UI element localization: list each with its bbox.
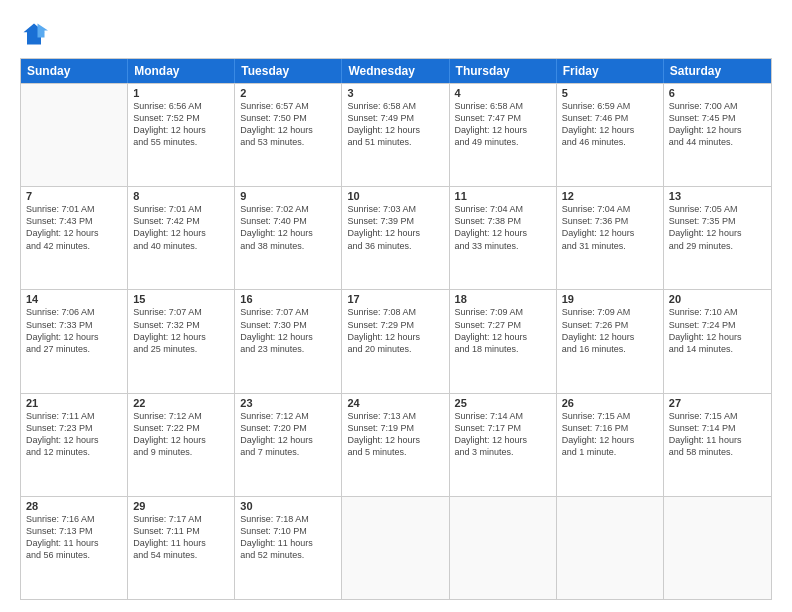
cal-header-saturday: Saturday bbox=[664, 59, 771, 83]
cell-line: Sunset: 7:16 PM bbox=[562, 422, 658, 434]
day-number: 6 bbox=[669, 87, 766, 99]
cell-line: Sunrise: 7:17 AM bbox=[133, 513, 229, 525]
cell-line: Sunset: 7:23 PM bbox=[26, 422, 122, 434]
cell-line: and 52 minutes. bbox=[240, 549, 336, 561]
cal-cell-2: 2Sunrise: 6:57 AMSunset: 7:50 PMDaylight… bbox=[235, 84, 342, 186]
cell-line: Sunrise: 7:11 AM bbox=[26, 410, 122, 422]
cell-line: Sunset: 7:22 PM bbox=[133, 422, 229, 434]
cal-cell-3: 3Sunrise: 6:58 AMSunset: 7:49 PMDaylight… bbox=[342, 84, 449, 186]
day-number: 1 bbox=[133, 87, 229, 99]
cal-header-monday: Monday bbox=[128, 59, 235, 83]
day-number: 28 bbox=[26, 500, 122, 512]
cell-line: Sunrise: 7:16 AM bbox=[26, 513, 122, 525]
cell-line: Daylight: 12 hours bbox=[240, 227, 336, 239]
cal-row-1: 1Sunrise: 6:56 AMSunset: 7:52 PMDaylight… bbox=[21, 83, 771, 186]
cell-line: Daylight: 12 hours bbox=[240, 331, 336, 343]
cell-line: Daylight: 12 hours bbox=[133, 331, 229, 343]
cell-line: Sunset: 7:17 PM bbox=[455, 422, 551, 434]
cal-cell-21: 21Sunrise: 7:11 AMSunset: 7:23 PMDayligh… bbox=[21, 394, 128, 496]
cell-line: and 23 minutes. bbox=[240, 343, 336, 355]
day-number: 9 bbox=[240, 190, 336, 202]
cell-line: Sunrise: 6:58 AM bbox=[347, 100, 443, 112]
cell-line: Sunrise: 7:06 AM bbox=[26, 306, 122, 318]
cell-line: Sunset: 7:32 PM bbox=[133, 319, 229, 331]
cell-line: and 56 minutes. bbox=[26, 549, 122, 561]
cell-line: Daylight: 12 hours bbox=[26, 331, 122, 343]
cell-line: Sunset: 7:43 PM bbox=[26, 215, 122, 227]
cal-cell-5: 5Sunrise: 6:59 AMSunset: 7:46 PMDaylight… bbox=[557, 84, 664, 186]
cell-line: Sunset: 7:47 PM bbox=[455, 112, 551, 124]
cell-line: Sunset: 7:13 PM bbox=[26, 525, 122, 537]
cal-cell-26: 26Sunrise: 7:15 AMSunset: 7:16 PMDayligh… bbox=[557, 394, 664, 496]
cell-line: Sunset: 7:14 PM bbox=[669, 422, 766, 434]
day-number: 19 bbox=[562, 293, 658, 305]
day-number: 4 bbox=[455, 87, 551, 99]
cell-line: Sunrise: 7:12 AM bbox=[240, 410, 336, 422]
cell-line: Sunrise: 7:00 AM bbox=[669, 100, 766, 112]
cell-line: Sunrise: 6:57 AM bbox=[240, 100, 336, 112]
cell-line: Daylight: 12 hours bbox=[455, 434, 551, 446]
cell-line: and 27 minutes. bbox=[26, 343, 122, 355]
cal-cell-13: 13Sunrise: 7:05 AMSunset: 7:35 PMDayligh… bbox=[664, 187, 771, 289]
cell-line: and 46 minutes. bbox=[562, 136, 658, 148]
cal-cell-4: 4Sunrise: 6:58 AMSunset: 7:47 PMDaylight… bbox=[450, 84, 557, 186]
cell-line: Sunset: 7:38 PM bbox=[455, 215, 551, 227]
page: SundayMondayTuesdayWednesdayThursdayFrid… bbox=[0, 0, 792, 612]
cell-line: Daylight: 11 hours bbox=[133, 537, 229, 549]
logo bbox=[20, 20, 52, 48]
cell-line: Sunset: 7:50 PM bbox=[240, 112, 336, 124]
calendar: SundayMondayTuesdayWednesdayThursdayFrid… bbox=[20, 58, 772, 600]
cell-line: and 12 minutes. bbox=[26, 446, 122, 458]
cal-header-wednesday: Wednesday bbox=[342, 59, 449, 83]
day-number: 24 bbox=[347, 397, 443, 409]
cell-line: Daylight: 12 hours bbox=[669, 124, 766, 136]
day-number: 29 bbox=[133, 500, 229, 512]
cell-line: Sunset: 7:26 PM bbox=[562, 319, 658, 331]
cell-line: and 51 minutes. bbox=[347, 136, 443, 148]
cell-line: Daylight: 12 hours bbox=[347, 124, 443, 136]
cell-line: Sunrise: 7:15 AM bbox=[562, 410, 658, 422]
cal-cell-empty-4-3 bbox=[342, 497, 449, 599]
cell-line: Sunrise: 7:04 AM bbox=[562, 203, 658, 215]
cell-line: Sunset: 7:11 PM bbox=[133, 525, 229, 537]
cell-line: Sunrise: 7:01 AM bbox=[26, 203, 122, 215]
day-number: 23 bbox=[240, 397, 336, 409]
cal-cell-12: 12Sunrise: 7:04 AMSunset: 7:36 PMDayligh… bbox=[557, 187, 664, 289]
day-number: 7 bbox=[26, 190, 122, 202]
cell-line: Sunrise: 7:07 AM bbox=[240, 306, 336, 318]
cell-line: and 16 minutes. bbox=[562, 343, 658, 355]
cell-line: and 53 minutes. bbox=[240, 136, 336, 148]
cal-cell-28: 28Sunrise: 7:16 AMSunset: 7:13 PMDayligh… bbox=[21, 497, 128, 599]
cal-cell-empty-0-0 bbox=[21, 84, 128, 186]
cell-line: Sunrise: 7:01 AM bbox=[133, 203, 229, 215]
cell-line: Daylight: 11 hours bbox=[26, 537, 122, 549]
cal-cell-23: 23Sunrise: 7:12 AMSunset: 7:20 PMDayligh… bbox=[235, 394, 342, 496]
cell-line: Daylight: 12 hours bbox=[133, 434, 229, 446]
cell-line: and 20 minutes. bbox=[347, 343, 443, 355]
cal-cell-empty-4-6 bbox=[664, 497, 771, 599]
cell-line: Sunrise: 6:59 AM bbox=[562, 100, 658, 112]
cell-line: Sunset: 7:30 PM bbox=[240, 319, 336, 331]
cell-line: Daylight: 12 hours bbox=[562, 124, 658, 136]
day-number: 18 bbox=[455, 293, 551, 305]
cell-line: and 5 minutes. bbox=[347, 446, 443, 458]
cell-line: Daylight: 12 hours bbox=[562, 434, 658, 446]
cell-line: Daylight: 12 hours bbox=[669, 331, 766, 343]
cal-cell-24: 24Sunrise: 7:13 AMSunset: 7:19 PMDayligh… bbox=[342, 394, 449, 496]
cell-line: Sunset: 7:40 PM bbox=[240, 215, 336, 227]
cell-line: Sunset: 7:46 PM bbox=[562, 112, 658, 124]
cell-line: Sunrise: 7:02 AM bbox=[240, 203, 336, 215]
day-number: 12 bbox=[562, 190, 658, 202]
cell-line: Sunset: 7:24 PM bbox=[669, 319, 766, 331]
cell-line: Sunrise: 7:15 AM bbox=[669, 410, 766, 422]
cell-line: Sunset: 7:36 PM bbox=[562, 215, 658, 227]
cell-line: and 31 minutes. bbox=[562, 240, 658, 252]
cell-line: Sunset: 7:39 PM bbox=[347, 215, 443, 227]
cell-line: Sunrise: 7:04 AM bbox=[455, 203, 551, 215]
day-number: 26 bbox=[562, 397, 658, 409]
calendar-header-row: SundayMondayTuesdayWednesdayThursdayFrid… bbox=[21, 59, 771, 83]
cell-line: Sunrise: 7:03 AM bbox=[347, 203, 443, 215]
cal-header-tuesday: Tuesday bbox=[235, 59, 342, 83]
cal-cell-empty-4-5 bbox=[557, 497, 664, 599]
cell-line: and 25 minutes. bbox=[133, 343, 229, 355]
